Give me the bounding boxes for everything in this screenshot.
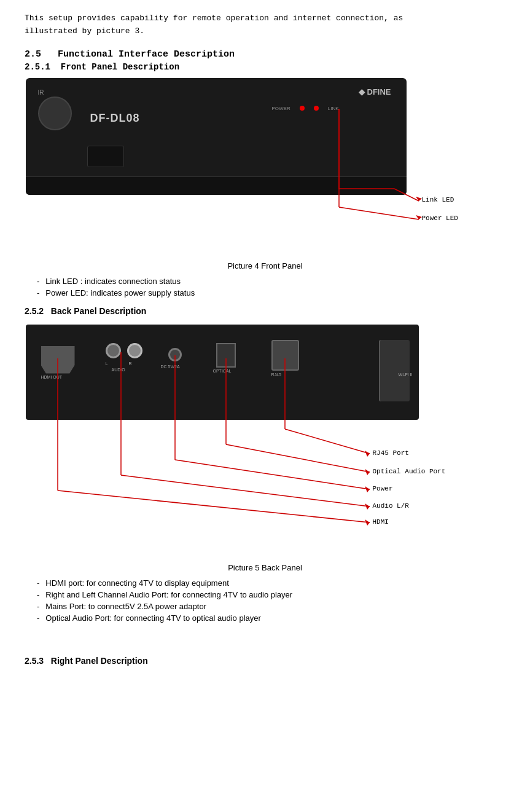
svg-marker-21 <box>365 519 370 526</box>
svg-line-5 <box>339 207 419 219</box>
power-led-annotation: Power LED <box>422 215 458 222</box>
svg-line-20 <box>58 491 370 522</box>
svg-marker-12 <box>365 469 370 475</box>
front-panel-section: IR DF-DL08 POWER LINK ◆ DFINE <box>26 78 505 256</box>
svg-line-14 <box>175 460 370 489</box>
svg-line-17 <box>121 475 370 507</box>
dc-port-visual <box>168 348 182 361</box>
front-panel-bullets: Link LED : indicates connection status P… <box>37 277 505 298</box>
back-panel-caption: Picture 5 Back Panel <box>25 563 505 572</box>
ir-sensor <box>38 97 72 130</box>
hdmi-port-visual <box>41 346 75 374</box>
bullet-hdmi: HDMI port: for connecting 4TV to display… <box>37 578 505 588</box>
optical-port-visual <box>216 343 236 368</box>
led-group: POWER LINK <box>271 106 338 111</box>
power-led-label: POWER <box>271 106 290 111</box>
optical-label: OPTICAL <box>213 369 232 373</box>
section-25-heading: 2.5 Functional Interface Description <box>25 49 505 60</box>
spacer <box>25 631 505 656</box>
link-led-annotation: Link LED <box>422 196 454 203</box>
bullet-mains: Mains Port: to connect5V 2.5A power adap… <box>37 602 505 611</box>
front-panel-caption: Picture 4 Front Panel <box>25 261 505 270</box>
svg-marker-3 <box>416 197 422 201</box>
optical-annotation: Optical Audio Port <box>373 468 446 475</box>
back-panel-device: HDMI OUT L R AUDIO DC 5V/2A OPTICAL RJ45… <box>26 325 419 420</box>
rj45-annotation: RJ45 Port <box>373 449 409 457</box>
svg-marker-18 <box>365 503 370 510</box>
section-251-heading: 2.5.1 Front Panel Description <box>25 62 505 72</box>
audio-lr-annotation: Audio L/R <box>373 502 409 510</box>
front-panel-device: IR DF-DL08 POWER LINK ◆ DFINE <box>26 78 407 195</box>
audio-l-port-visual <box>106 343 121 358</box>
svg-marker-9 <box>365 451 370 457</box>
model-label: DF-DL08 <box>90 112 140 125</box>
section-253-heading: 2.5.3 Right Panel Description <box>25 656 505 666</box>
svg-marker-15 <box>365 486 370 492</box>
audio-l-label-small: L <box>106 361 108 366</box>
bullet-power-led: Power LED: indicates power supply status <box>37 288 505 298</box>
hdmi-out-label: HDMI OUT <box>41 375 63 379</box>
page-content: This setup provides capability for remot… <box>25 12 505 666</box>
audio-r-label-small: R <box>129 361 132 366</box>
dc-label: DC 5V/2A <box>161 365 180 369</box>
section-252-heading: 2.5.2 Back Panel Description <box>25 306 505 316</box>
hdmi-annotation: HDMI <box>373 518 389 526</box>
rj45-port-visual <box>271 340 299 371</box>
svg-line-8 <box>285 429 370 454</box>
power-dot <box>300 106 305 111</box>
link-led-label: LINK <box>328 106 339 111</box>
brand-logo: ◆ DFINE <box>359 87 391 97</box>
rj45-label: RJ45 <box>271 372 281 377</box>
back-panel-bullets: HDMI port: for connecting 4TV to display… <box>37 578 505 623</box>
bullet-audio: Right and Left Channel Audio Port: for c… <box>37 590 505 599</box>
wifi-label: WI-FI II <box>399 372 413 377</box>
bullet-link-led: Link LED : indicates connection status <box>37 277 505 286</box>
link-dot <box>314 106 319 111</box>
wifi-module <box>379 340 410 401</box>
svg-line-11 <box>226 444 370 472</box>
ir-label: IR <box>38 89 44 96</box>
svg-marker-6 <box>416 215 422 219</box>
audio-r-port-visual <box>127 343 142 358</box>
bullet-optical: Optical Audio Port: for connecting 4TV t… <box>37 613 505 623</box>
power-annotation: Power <box>373 485 393 492</box>
back-panel-section: HDMI OUT L R AUDIO DC 5V/2A OPTICAL RJ45… <box>26 325 505 558</box>
intro-text: This setup provides capability for remot… <box>25 12 505 38</box>
audio-label: AUDIO <box>112 368 125 372</box>
